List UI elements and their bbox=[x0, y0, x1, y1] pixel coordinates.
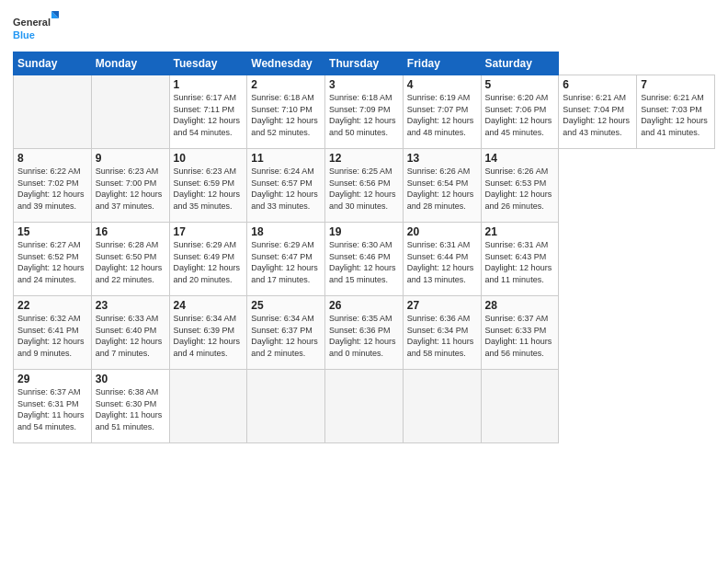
day-number: 9 bbox=[96, 152, 165, 165]
day-cell-14: 14Sunrise: 6:26 AM Sunset: 6:53 PM Dayli… bbox=[481, 149, 559, 223]
day-cell-28: 28Sunrise: 6:37 AM Sunset: 6:33 PM Dayli… bbox=[481, 296, 559, 370]
day-info: Sunrise: 6:29 AM Sunset: 6:47 PM Dayligh… bbox=[251, 239, 321, 285]
empty-cell bbox=[91, 75, 169, 149]
week-row-1: 8Sunrise: 6:22 AM Sunset: 7:02 PM Daylig… bbox=[14, 149, 715, 223]
day-number: 29 bbox=[17, 373, 87, 385]
day-cell-26: 26Sunrise: 6:35 AM Sunset: 6:36 PM Dayli… bbox=[325, 296, 404, 370]
day-info: Sunrise: 6:38 AM Sunset: 6:30 PM Dayligh… bbox=[96, 386, 165, 432]
day-info: Sunrise: 6:34 AM Sunset: 6:39 PM Dayligh… bbox=[174, 313, 244, 359]
day-info: Sunrise: 6:26 AM Sunset: 6:54 PM Dayligh… bbox=[407, 166, 477, 212]
weekday-monday: Monday bbox=[91, 52, 169, 75]
day-cell-24: 24Sunrise: 6:34 AM Sunset: 6:39 PM Dayli… bbox=[169, 296, 247, 370]
weekday-thursday: Thursday bbox=[325, 52, 404, 75]
day-cell-17: 17Sunrise: 6:29 AM Sunset: 6:49 PM Dayli… bbox=[169, 223, 247, 296]
day-cell-9: 9Sunrise: 6:23 AM Sunset: 7:00 PM Daylig… bbox=[91, 149, 169, 223]
weekday-wednesday: Wednesday bbox=[247, 52, 325, 75]
page: General Blue SundayMondayTuesdayWednesda… bbox=[0, 0, 728, 563]
header: General Blue bbox=[13, 9, 715, 46]
day-number: 3 bbox=[329, 78, 399, 91]
day-info: Sunrise: 6:24 AM Sunset: 6:57 PM Dayligh… bbox=[251, 166, 321, 212]
day-info: Sunrise: 6:25 AM Sunset: 6:56 PM Dayligh… bbox=[329, 166, 399, 212]
day-number: 22 bbox=[17, 299, 87, 312]
day-number: 27 bbox=[407, 299, 477, 312]
day-number: 25 bbox=[251, 299, 321, 312]
day-number: 14 bbox=[485, 152, 555, 165]
day-info: Sunrise: 6:22 AM Sunset: 7:02 PM Dayligh… bbox=[17, 166, 87, 212]
day-number: 2 bbox=[251, 78, 321, 91]
day-cell-22: 22Sunrise: 6:32 AM Sunset: 6:41 PM Dayli… bbox=[14, 296, 92, 370]
day-number: 28 bbox=[485, 299, 555, 312]
day-cell-19: 19Sunrise: 6:30 AM Sunset: 6:46 PM Dayli… bbox=[325, 223, 404, 296]
day-cell-7: 7Sunrise: 6:21 AM Sunset: 7:03 PM Daylig… bbox=[637, 75, 715, 149]
day-info: Sunrise: 6:30 AM Sunset: 6:46 PM Dayligh… bbox=[329, 239, 399, 285]
day-cell-6: 6Sunrise: 6:21 AM Sunset: 7:04 PM Daylig… bbox=[559, 75, 637, 149]
weekday-saturday: Saturday bbox=[481, 52, 559, 75]
empty-cell bbox=[325, 370, 404, 443]
day-info: Sunrise: 6:29 AM Sunset: 6:49 PM Dayligh… bbox=[174, 239, 244, 285]
day-number: 10 bbox=[174, 152, 244, 165]
day-info: Sunrise: 6:20 AM Sunset: 7:06 PM Dayligh… bbox=[485, 92, 555, 138]
day-info: Sunrise: 6:31 AM Sunset: 6:43 PM Dayligh… bbox=[485, 239, 555, 285]
day-info: Sunrise: 6:17 AM Sunset: 7:11 PM Dayligh… bbox=[174, 92, 244, 138]
day-number: 20 bbox=[407, 225, 477, 238]
day-info: Sunrise: 6:27 AM Sunset: 6:52 PM Dayligh… bbox=[17, 239, 87, 285]
logo-svg: General Blue bbox=[13, 9, 59, 46]
day-cell-30: 30Sunrise: 6:38 AM Sunset: 6:30 PM Dayli… bbox=[91, 370, 169, 443]
day-number: 26 bbox=[329, 299, 399, 312]
day-cell-18: 18Sunrise: 6:29 AM Sunset: 6:47 PM Dayli… bbox=[247, 223, 325, 296]
day-number: 5 bbox=[485, 78, 555, 91]
day-info: Sunrise: 6:19 AM Sunset: 7:07 PM Dayligh… bbox=[407, 92, 477, 138]
weekday-tuesday: Tuesday bbox=[169, 52, 247, 75]
day-info: Sunrise: 6:37 AM Sunset: 6:33 PM Dayligh… bbox=[485, 313, 555, 359]
week-row-4: 29Sunrise: 6:37 AM Sunset: 6:31 PM Dayli… bbox=[14, 370, 715, 443]
day-info: Sunrise: 6:26 AM Sunset: 6:53 PM Dayligh… bbox=[485, 166, 555, 212]
calendar: SundayMondayTuesdayWednesdayThursdayFrid… bbox=[13, 52, 715, 443]
day-number: 16 bbox=[96, 225, 165, 238]
day-cell-27: 27Sunrise: 6:36 AM Sunset: 6:34 PM Dayli… bbox=[403, 296, 481, 370]
logo: General Blue bbox=[13, 9, 59, 46]
day-number: 6 bbox=[563, 78, 632, 91]
day-info: Sunrise: 6:28 AM Sunset: 6:50 PM Dayligh… bbox=[96, 239, 165, 285]
day-cell-2: 2Sunrise: 6:18 AM Sunset: 7:10 PM Daylig… bbox=[247, 75, 325, 149]
day-info: Sunrise: 6:18 AM Sunset: 7:10 PM Dayligh… bbox=[251, 92, 321, 138]
empty-cell bbox=[169, 370, 247, 443]
day-cell-10: 10Sunrise: 6:23 AM Sunset: 6:59 PM Dayli… bbox=[169, 149, 247, 223]
svg-text:General: General bbox=[13, 17, 51, 28]
day-number: 19 bbox=[329, 225, 399, 238]
day-info: Sunrise: 6:32 AM Sunset: 6:41 PM Dayligh… bbox=[17, 313, 87, 359]
day-number: 23 bbox=[96, 299, 165, 312]
day-info: Sunrise: 6:35 AM Sunset: 6:36 PM Dayligh… bbox=[329, 313, 399, 359]
day-info: Sunrise: 6:23 AM Sunset: 6:59 PM Dayligh… bbox=[174, 166, 244, 212]
day-cell-3: 3Sunrise: 6:18 AM Sunset: 7:09 PM Daylig… bbox=[325, 75, 404, 149]
day-info: Sunrise: 6:37 AM Sunset: 6:31 PM Dayligh… bbox=[17, 386, 87, 432]
day-cell-20: 20Sunrise: 6:31 AM Sunset: 6:44 PM Dayli… bbox=[403, 223, 481, 296]
day-cell-5: 5Sunrise: 6:20 AM Sunset: 7:06 PM Daylig… bbox=[481, 75, 559, 149]
day-cell-12: 12Sunrise: 6:25 AM Sunset: 6:56 PM Dayli… bbox=[325, 149, 404, 223]
day-number: 1 bbox=[174, 78, 244, 91]
day-number: 18 bbox=[251, 225, 321, 238]
week-row-0: 1Sunrise: 6:17 AM Sunset: 7:11 PM Daylig… bbox=[14, 75, 715, 149]
day-info: Sunrise: 6:18 AM Sunset: 7:09 PM Dayligh… bbox=[329, 92, 399, 138]
day-info: Sunrise: 6:34 AM Sunset: 6:37 PM Dayligh… bbox=[251, 313, 321, 359]
day-number: 17 bbox=[174, 225, 244, 238]
empty-cell bbox=[403, 370, 481, 443]
day-number: 24 bbox=[174, 299, 244, 312]
day-cell-4: 4Sunrise: 6:19 AM Sunset: 7:07 PM Daylig… bbox=[403, 75, 481, 149]
day-cell-29: 29Sunrise: 6:37 AM Sunset: 6:31 PM Dayli… bbox=[14, 370, 92, 443]
day-cell-25: 25Sunrise: 6:34 AM Sunset: 6:37 PM Dayli… bbox=[247, 296, 325, 370]
day-cell-15: 15Sunrise: 6:27 AM Sunset: 6:52 PM Dayli… bbox=[14, 223, 92, 296]
day-number: 7 bbox=[641, 78, 711, 91]
empty-cell bbox=[247, 370, 325, 443]
day-number: 8 bbox=[17, 152, 87, 165]
day-info: Sunrise: 6:33 AM Sunset: 6:40 PM Dayligh… bbox=[96, 313, 165, 359]
day-cell-8: 8Sunrise: 6:22 AM Sunset: 7:02 PM Daylig… bbox=[14, 149, 92, 223]
day-number: 21 bbox=[485, 225, 555, 238]
empty-cell bbox=[481, 370, 559, 443]
day-info: Sunrise: 6:21 AM Sunset: 7:04 PM Dayligh… bbox=[563, 92, 632, 138]
empty-cell bbox=[14, 75, 92, 149]
day-cell-1: 1Sunrise: 6:17 AM Sunset: 7:11 PM Daylig… bbox=[169, 75, 247, 149]
day-info: Sunrise: 6:36 AM Sunset: 6:34 PM Dayligh… bbox=[407, 313, 477, 359]
day-number: 30 bbox=[96, 373, 165, 385]
day-info: Sunrise: 6:21 AM Sunset: 7:03 PM Dayligh… bbox=[641, 92, 711, 138]
weekday-header-row: SundayMondayTuesdayWednesdayThursdayFrid… bbox=[14, 52, 715, 75]
